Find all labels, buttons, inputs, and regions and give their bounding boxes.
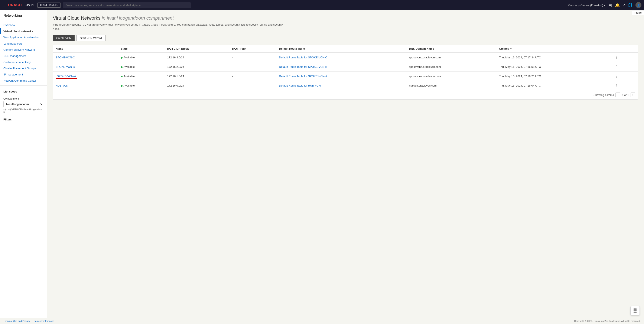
cell-route-table: Default Route Table for SPOKE-VCN-C bbox=[276, 53, 406, 62]
cell-ipv4: 172.16.0.0/24 bbox=[164, 81, 230, 90]
page-title: Virtual Cloud Networks in IwanHoogendoor… bbox=[53, 15, 638, 21]
sidebar-item-network-command-center[interactable]: Network Command Center bbox=[0, 78, 47, 84]
region-selector[interactable]: Germany Central (Frankfurt) ▾ bbox=[568, 4, 606, 7]
table-row: SPOKE-VCN-BAvailable172.16.2.0/24-Defaul… bbox=[53, 62, 638, 72]
col-ipv4[interactable]: IPv4 CIDR Block bbox=[164, 45, 230, 53]
cell-actions: ⋮ bbox=[611, 62, 638, 72]
cell-ipv4: 172.16.1.0/24 bbox=[164, 72, 230, 81]
cloud-classic-button[interactable]: Cloud Classic > bbox=[37, 2, 61, 8]
col-route-table[interactable]: Default Route Table bbox=[276, 45, 406, 53]
help-dot-1 bbox=[634, 308, 635, 310]
avatar[interactable]: 👤 bbox=[636, 2, 642, 8]
vcn-name-link[interactable]: SPOKE-VCN-B bbox=[56, 65, 75, 68]
sidebar-item-dns-management[interactable]: DNS management bbox=[0, 53, 47, 59]
help-icon[interactable]: ? bbox=[623, 3, 625, 8]
col-created[interactable]: Created bbox=[496, 45, 611, 53]
sidebar-item-web-app-acceleration[interactable]: Web Application Acceleration bbox=[0, 34, 47, 40]
cell-state: Available bbox=[118, 72, 165, 81]
logo: ORACLE Cloud bbox=[8, 3, 34, 7]
oracle-logo-text: ORACLE bbox=[8, 3, 24, 7]
status-dot bbox=[121, 66, 122, 68]
main-content: Virtual Cloud Networks in IwanHoogendoor… bbox=[47, 10, 644, 318]
prev-page-button[interactable]: ‹ bbox=[616, 92, 620, 97]
notifications-icon[interactable]: 🔔 bbox=[615, 3, 620, 8]
sidebar-item-cluster-placement-groups[interactable]: Cluster Placement Groups bbox=[0, 65, 47, 72]
route-table-link[interactable]: Default Route Table for SPOKE-VCN-A bbox=[279, 74, 327, 78]
help-widget[interactable] bbox=[630, 306, 640, 316]
page-title-prefix: Virtual Cloud Networks bbox=[53, 15, 102, 21]
footer-cookie-link[interactable]: Cookie Preferences bbox=[34, 320, 54, 322]
cell-ipv6: - bbox=[230, 62, 276, 72]
cell-dns: spokevcnc.oraclevcn.com bbox=[406, 53, 496, 62]
compartment-label: Compartment bbox=[4, 97, 43, 100]
sidebar-item-overview[interactable]: Overview bbox=[0, 22, 47, 28]
route-table-link[interactable]: Default Route Table for SPOKE-VCN-B bbox=[279, 65, 327, 68]
route-table-link[interactable]: Default Route Table for SPOKE-VCN-C bbox=[279, 56, 327, 59]
col-name[interactable]: Name bbox=[53, 45, 118, 53]
vcn-name-link[interactable]: HUB-VCN bbox=[56, 84, 68, 87]
footer-copyright: Copyright © 2024, Oracle and/or its affi… bbox=[574, 320, 640, 322]
search-input[interactable] bbox=[63, 2, 191, 8]
sidebar-item-load-balancers[interactable]: Load balancers bbox=[0, 40, 47, 47]
col-dns[interactable]: DNS Domain Name bbox=[406, 45, 496, 53]
cloud-shell-icon[interactable]: ▣ bbox=[608, 3, 612, 8]
sidebar-item-customer-connectivity[interactable]: Customer connectivity bbox=[0, 59, 47, 65]
filters-label: Filters bbox=[0, 116, 47, 122]
cell-dns: hubvcn.oraclevcn.com bbox=[406, 81, 496, 90]
cell-ipv4: 172.16.3.0/24 bbox=[164, 53, 230, 62]
col-ipv6[interactable]: IPv6 Prefix bbox=[230, 45, 276, 53]
table-row: SPOKE-VCN-CAvailable172.16.3.0/24-Defaul… bbox=[53, 53, 638, 62]
cell-route-table: Default Route Table for SPOKE-VCN-B bbox=[276, 62, 406, 72]
table-row: SPOKE-VCN-AAvailable172.16.1.0/24-Defaul… bbox=[53, 72, 638, 81]
sidebar-item-virtual-cloud-networks[interactable]: Virtual cloud networks bbox=[0, 28, 47, 34]
cell-name: SPOKE-VCN-B bbox=[53, 62, 118, 72]
vcn-name-link[interactable]: SPOKE-VCN-A bbox=[57, 74, 76, 78]
cell-ipv6: - bbox=[230, 72, 276, 81]
row-actions-menu-button[interactable]: ⋮ bbox=[613, 64, 619, 69]
status-dot bbox=[121, 85, 122, 87]
next-page-button[interactable]: › bbox=[630, 92, 635, 97]
cell-ipv6: - bbox=[230, 53, 276, 62]
create-vcn-button[interactable]: Create VCN bbox=[53, 35, 74, 41]
cell-name: SPOKE-VCN-C bbox=[53, 53, 118, 62]
cell-created: Thu, May 16, 2024, 07:15:04 UTC bbox=[496, 81, 611, 90]
sidebar-divider bbox=[0, 86, 47, 86]
sidebar-title: Networking bbox=[0, 14, 47, 20]
help-widget-inner bbox=[634, 308, 636, 313]
cell-created: Thu, May 16, 2024, 07:16:21 UTC bbox=[496, 72, 611, 81]
row-actions-menu-button[interactable]: ⋮ bbox=[613, 55, 619, 60]
table-row: HUB-VCNAvailable172.16.0.0/24-Default Ro… bbox=[53, 81, 638, 90]
cell-actions: ⋮ bbox=[611, 53, 638, 62]
list-scope-divider bbox=[4, 95, 43, 95]
page-title-compartment: compartment bbox=[145, 15, 174, 21]
compartment-select[interactable]: IwanHoogendoorn bbox=[4, 101, 43, 107]
col-state[interactable]: State bbox=[118, 45, 165, 53]
list-scope-title: List scope bbox=[4, 90, 43, 93]
toolbar: Create VCN Start VCN Wizard bbox=[53, 35, 638, 41]
start-vcn-wizard-button[interactable]: Start VCN Wizard bbox=[76, 35, 106, 41]
language-icon[interactable]: 🌐 bbox=[628, 3, 632, 8]
cell-dns: spokevcnb.oraclevcn.com bbox=[406, 62, 496, 72]
hamburger-icon[interactable]: ☰ bbox=[2, 3, 6, 8]
topnav-right: Germany Central (Frankfurt) ▾ ▣ 🔔 ? 🌐 👤 bbox=[568, 2, 642, 8]
cloud-logo-text: Cloud bbox=[25, 3, 34, 7]
footer-terms-link[interactable]: Terms of Use and Privacy bbox=[4, 320, 30, 322]
pagination-row: Showing 4 items ‹ 1 of 1 › bbox=[53, 90, 638, 99]
main-layout: Networking Overview Virtual cloud networ… bbox=[0, 10, 644, 318]
sidebar-item-content-delivery-network[interactable]: Content Delivery Network bbox=[0, 47, 47, 53]
footer-links: Terms of Use and Privacy Cookie Preferen… bbox=[4, 320, 54, 322]
row-actions-menu-button[interactable]: ⋮ bbox=[613, 74, 619, 79]
cell-actions: ⋮ bbox=[611, 81, 638, 90]
row-actions-menu-button[interactable]: ⋮ bbox=[613, 83, 619, 88]
cell-state: Available bbox=[118, 62, 165, 72]
route-table-link[interactable]: Default Route Table for HUB-VCN bbox=[279, 84, 321, 87]
cell-name: SPOKE-VCN-A bbox=[53, 72, 118, 81]
cell-route-table: Default Route Table for SPOKE-VCN-A bbox=[276, 72, 406, 81]
cell-dns: spokevcna.oraclevcn.com bbox=[406, 72, 496, 81]
sidebar-item-ip-management[interactable]: IP management bbox=[0, 72, 47, 78]
cell-ipv6: - bbox=[230, 81, 276, 90]
cell-state: Available bbox=[118, 53, 165, 62]
list-scope: List scope Compartment IwanHoogendoorn s… bbox=[0, 88, 47, 116]
col-actions bbox=[611, 45, 638, 53]
vcn-name-link[interactable]: SPOKE-VCN-C bbox=[56, 56, 75, 59]
